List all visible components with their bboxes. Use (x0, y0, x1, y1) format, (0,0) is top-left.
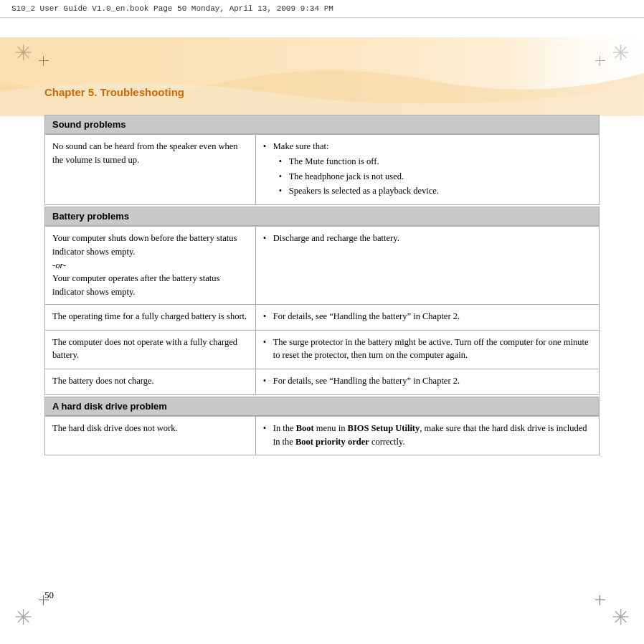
solution-cell: Discharge and recharge the battery. (255, 227, 599, 305)
list-item: Make sure that: The Mute function is off… (263, 140, 592, 198)
problem-cell: No sound can be heard from the speaker e… (45, 135, 256, 205)
target-bottom-right (595, 595, 605, 605)
deco-bottom-left: ✳ (14, 605, 32, 630)
page-header: S10_2 User Guide V1.0_en.book Page 50 Mo… (0, 0, 644, 18)
problem-text: No sound can be heard from the speaker e… (52, 141, 238, 165)
list-item: Discharge and recharge the battery. (263, 232, 592, 245)
table-row: The hard disk drive does not work. In th… (45, 416, 600, 455)
solution-cell: Make sure that: The Mute function is off… (255, 135, 599, 205)
deco-bottom-right: ✳ (612, 605, 630, 630)
sound-problems-header: Sound problems (44, 115, 600, 134)
problem-text: The operating time for a fully charged b… (52, 311, 247, 321)
sound-problems-table: No sound can be heard from the speaker e… (44, 134, 600, 205)
problem-cell: The operating time for a fully charged b… (45, 304, 256, 330)
problem-cell: The hard disk drive does not work. (45, 416, 256, 455)
table-row: The computer does not operate with a ful… (45, 330, 600, 369)
problem-text: Your computer shuts down before the batt… (52, 233, 237, 297)
list-item: In the Boot menu in BIOS Setup Utility, … (263, 422, 592, 449)
table-row: No sound can be heard from the speaker e… (45, 135, 600, 205)
solution-cell: For details, see “Handling the battery” … (255, 304, 599, 330)
list-item: The surge protector in the battery might… (263, 336, 592, 363)
problem-cell: The battery does not charge. (45, 369, 256, 395)
sub-list-item: Speakers is selected as a playback devic… (279, 184, 592, 198)
solution-cell: In the Boot menu in BIOS Setup Utility, … (255, 416, 599, 455)
solution-cell: For details, see “Handling the battery” … (255, 369, 599, 395)
problem-text: The hard disk drive does not work. (52, 423, 178, 433)
problem-cell: Your computer shuts down before the batt… (45, 227, 256, 305)
battery-problems-header: Battery problems (44, 207, 600, 226)
problem-text: The battery does not charge. (52, 376, 154, 386)
hdd-problem-table: The hard disk drive does not work. In th… (44, 416, 600, 456)
battery-problems-table: Your computer shuts down before the batt… (44, 226, 600, 395)
solution-text: Make sure that: (273, 141, 329, 151)
list-item: For details, see “Handling the battery” … (263, 310, 592, 323)
hdd-problem-header: A hard disk drive problem (44, 397, 600, 416)
sub-list-item: The headphone jack is not used. (279, 170, 592, 184)
problem-text: The computer does not operate with a ful… (52, 337, 237, 361)
problem-cell: The computer does not operate with a ful… (45, 330, 256, 369)
content-area: Sound problems No sound can be heard fro… (44, 115, 600, 587)
table-row: The operating time for a fully charged b… (45, 304, 600, 330)
table-row: The battery does not charge. For details… (45, 369, 600, 395)
sub-list-item: The Mute function is off. (279, 155, 592, 169)
table-row: Your computer shuts down before the batt… (45, 227, 600, 305)
solution-cell: The surge protector in the battery might… (255, 330, 599, 369)
banner-area (0, 37, 644, 116)
list-item: For details, see “Handling the battery” … (263, 374, 592, 388)
chapter-title: Chapter 5. Troubleshooting (44, 86, 184, 98)
page-number: 50 (44, 589, 54, 601)
header-text: S10_2 User Guide V1.0_en.book Page 50 Mo… (11, 4, 333, 13)
